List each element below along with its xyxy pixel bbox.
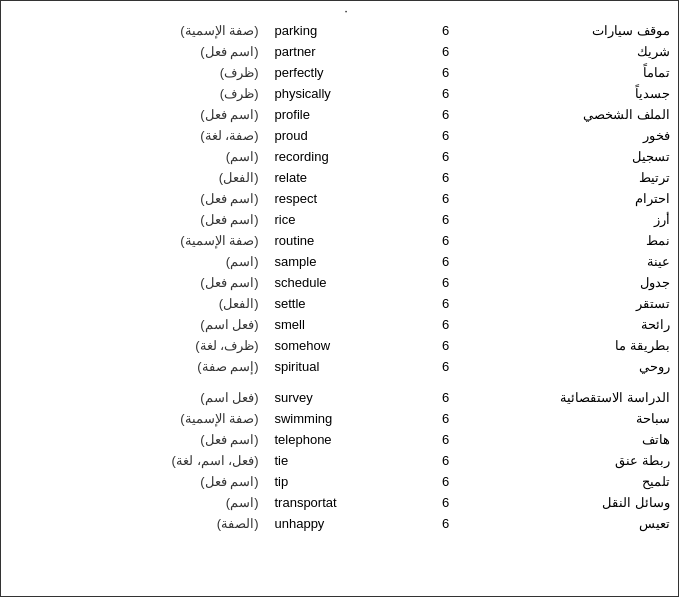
grammar-cell: (فعل اسم) [1,387,266,408]
english-cell: profile [266,104,425,125]
arabic-cell: نمط [466,230,678,251]
number-cell: 6 [426,429,466,450]
arabic-cell: جسدياً [466,83,678,104]
english-cell: routine [266,230,425,251]
table-row: (الفعل) settle 6 تستقر [1,293,678,314]
number-cell: 6 [426,450,466,471]
english-cell: recording [266,146,425,167]
table-row: (ظرف) physically 6 جسدياً [1,83,678,104]
english-cell: schedule [266,272,425,293]
grammar-cell: (صفة الإسمية) [1,230,266,251]
arabic-cell: الدراسة الاستقصائية [466,387,678,408]
number-cell: 6 [426,251,466,272]
english-cell: parking [266,20,425,41]
english-cell: spiritual [266,356,425,377]
arabic-cell: موقف سيارات [466,20,678,41]
grammar-cell: (ظرف) [1,83,266,104]
number-cell: 6 [426,408,466,429]
table-row: (الفعل) relate 6 ترتيط [1,167,678,188]
number-cell: 6 [426,20,466,41]
dot-number [426,1,466,20]
table-row: (اسم فعل) tip 6 تلميح [1,471,678,492]
number-cell: 6 [426,471,466,492]
arabic-cell: فخور [466,125,678,146]
dot-cell [1,1,266,20]
grammar-cell: (الفعل) [1,167,266,188]
arabic-cell: هاتف [466,429,678,450]
arabic-cell: بطريقة ما [466,335,678,356]
number-cell: 6 [426,492,466,513]
number-cell: 6 [426,335,466,356]
table-row: (صفة الإسمية) parking 6 موقف سيارات [1,20,678,41]
grammar-cell: (الفعل) [1,293,266,314]
table-row: (فعل، اسم، لغة) tie 6 ربطة عنق [1,450,678,471]
table-row: (اسم فعل) profile 6 الملف الشخصي [1,104,678,125]
number-cell: 6 [426,188,466,209]
grammar-cell: (اسم فعل) [1,272,266,293]
english-cell: relate [266,167,425,188]
arabic-cell: روحي [466,356,678,377]
grammar-cell: (إسم صفة) [1,356,266,377]
table-row: (صفة الإسمية) swimming 6 سباحة [1,408,678,429]
english-cell: transportat [266,492,425,513]
english-cell: smell [266,314,425,335]
arabic-cell: جدول [466,272,678,293]
table-row: (اسم فعل) rice 6 أرز [1,209,678,230]
english-cell: rice [266,209,425,230]
table-row: (ظرف) perfectly 6 تماماً [1,62,678,83]
table-row: (اسم فعل) respect 6 احترام [1,188,678,209]
english-cell: unhappy [266,513,425,534]
grammar-cell: (اسم فعل) [1,188,266,209]
grammar-cell: (صفة الإسمية) [1,408,266,429]
arabic-cell: تلميح [466,471,678,492]
arabic-cell: الملف الشخصي [466,104,678,125]
grammar-cell: (اسم فعل) [1,104,266,125]
number-cell: 6 [426,62,466,83]
number-cell: 6 [426,513,466,534]
table-row: (ظرف، لغة) somehow 6 بطريقة ما [1,335,678,356]
number-cell: 6 [426,104,466,125]
grammar-cell: (اسم) [1,251,266,272]
table-row: (اسم فعل) telephone 6 هاتف [1,429,678,450]
grammar-cell: (اسم) [1,492,266,513]
arabic-cell: تعيس [466,513,678,534]
arabic-cell: احترام [466,188,678,209]
number-cell: 6 [426,356,466,377]
grammar-cell: (اسم فعل) [1,429,266,450]
english-cell: swimming [266,408,425,429]
table-row: (صفة الإسمية) routine 6 نمط [1,230,678,251]
number-cell: 6 [426,230,466,251]
arabic-cell: شريك [466,41,678,62]
english-cell: partner [266,41,425,62]
grammar-cell: (فعل، اسم، لغة) [1,450,266,471]
english-cell: survey [266,387,425,408]
table-row: (اسم) recording 6 تسجيل [1,146,678,167]
english-cell: telephone [266,429,425,450]
grammar-cell: (ظرف) [1,62,266,83]
number-cell: 6 [426,83,466,104]
arabic-cell: تستقر [466,293,678,314]
vocabulary-table: · (صفة الإسمية) parking 6 موقف سيارات (ا… [0,0,679,597]
dot-english: · [266,1,425,20]
table-row: (إسم صفة) spiritual 6 روحي [1,356,678,377]
english-cell: settle [266,293,425,314]
table-row: (الصفة) unhappy 6 تعيس [1,513,678,534]
english-cell: tie [266,450,425,471]
grammar-cell: (اسم فعل) [1,41,266,62]
arabic-cell: عينة [466,251,678,272]
arabic-cell: ترتيط [466,167,678,188]
table-row: (فعل اسم) smell 6 رائحة [1,314,678,335]
table-row: (صفة، لغة) proud 6 فخور [1,125,678,146]
dot-arabic [466,1,678,20]
grammar-cell: (ظرف، لغة) [1,335,266,356]
number-cell: 6 [426,167,466,188]
grammar-cell: (صفة الإسمية) [1,20,266,41]
english-cell: somehow [266,335,425,356]
number-cell: 6 [426,41,466,62]
arabic-cell: تماماً [466,62,678,83]
english-cell: perfectly [266,62,425,83]
arabic-cell: رائحة [466,314,678,335]
grammar-cell: (صفة، لغة) [1,125,266,146]
arabic-cell: أرز [466,209,678,230]
arabic-cell: سباحة [466,408,678,429]
